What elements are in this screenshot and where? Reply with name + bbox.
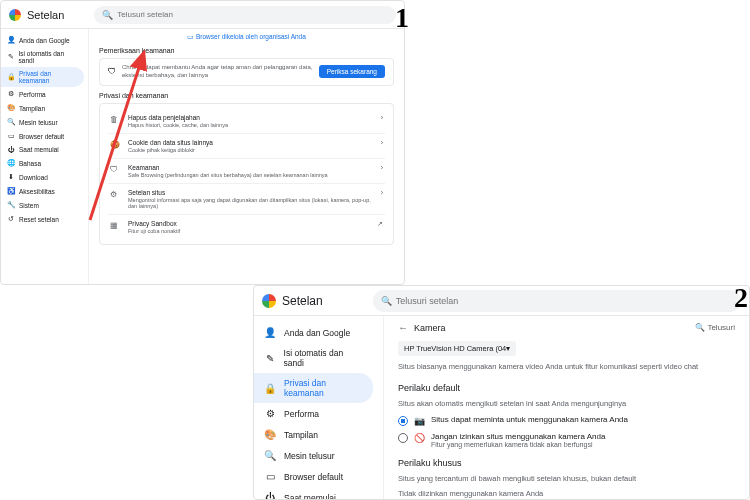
sidebar-item[interactable]: ✎Isi otomatis dan sandi: [254, 343, 373, 373]
sidebar-item[interactable]: 🔧Sistem: [1, 198, 84, 212]
sidebar-item-label: Saat memulai: [284, 493, 336, 500]
sidebar-item-icon: 🔒: [264, 383, 276, 394]
sidebar-item-label: Performa: [284, 409, 319, 419]
search-box[interactable]: 🔍: [94, 6, 396, 24]
privacy-row[interactable]: 🛡KeamananSafe Browsing (perlindungan dar…: [108, 159, 385, 184]
sidebar-item-label: Browser default: [284, 472, 343, 482]
row-title: Keamanan: [128, 164, 381, 171]
radio-button[interactable]: [398, 433, 408, 443]
sidebar-item[interactable]: 🔒Privasi dan keamanan: [1, 67, 84, 87]
privacy-card: 🗑Hapus data penjelajahanHapus histori, c…: [99, 103, 394, 245]
sidebar-item[interactable]: 🔍Mesin telusur: [254, 445, 373, 466]
option-title: Jangan izinkan situs menggunakan kamera …: [431, 432, 605, 441]
sidebar-item[interactable]: ⚙Performa: [1, 87, 84, 101]
camera-intro: Situs biasanya menggunakan kamera video …: [398, 362, 735, 373]
sidebar: 👤Anda dan Google✎Isi otomatis dan sandi🔒…: [254, 316, 384, 499]
main-content: ▭ Browser dikelola oleh organisasi Anda …: [89, 29, 404, 284]
sidebar-item[interactable]: 🌐Bahasa: [1, 156, 84, 170]
sidebar-item-label: Mesin telusur: [19, 119, 58, 126]
sidebar-item-label: Reset setelan: [19, 216, 59, 223]
back-button[interactable]: ←: [398, 322, 408, 333]
row-subtitle: Fitur uji coba nonaktif: [128, 228, 377, 234]
sidebar: 👤Anda dan Google✎Isi otomatis dan sandi🔒…: [1, 29, 89, 284]
radio-button[interactable]: [398, 416, 408, 426]
sidebar-item-icon: ✎: [264, 353, 276, 364]
sidebar-item-icon: ▭: [264, 471, 276, 482]
sidebar-item-icon: ⬇: [7, 173, 15, 181]
row-subtitle: Mengontrol informasi apa saja yang dapat…: [128, 197, 381, 209]
chevron-right-icon: ›: [381, 164, 383, 171]
radio-option[interactable]: 📷Situs dapat meminta untuk menggunakan k…: [398, 415, 735, 426]
row-title: Cookie dan data situs lainnya: [128, 139, 381, 146]
search-input[interactable]: [396, 296, 733, 306]
blocked-label: Tidak diizinkan menggunakan kamera Anda: [398, 489, 735, 500]
radio-option[interactable]: 🚫Jangan izinkan situs menggunakan kamera…: [398, 432, 735, 448]
sidebar-item[interactable]: 👤Anda dan Google: [1, 33, 84, 47]
sidebar-item-icon: ↺: [7, 215, 15, 223]
safety-check-card: 🛡 Chrome dapat membantu Anda agar tetap …: [99, 58, 394, 86]
breadcrumb-search[interactable]: 🔍 Telusuri: [695, 323, 735, 332]
sidebar-item[interactable]: ⬇Download: [1, 170, 84, 184]
sidebar-item[interactable]: ♿Aksesibilitas: [1, 184, 84, 198]
privacy-row[interactable]: ⚙Setelan situsMengontrol informasi apa s…: [108, 184, 385, 215]
sidebar-item[interactable]: ⚙Performa: [254, 403, 373, 424]
page-title: Setelan: [282, 294, 323, 308]
sidebar-item-label: Aksesibilitas: [19, 188, 55, 195]
sidebar-item-label: Anda dan Google: [19, 37, 70, 44]
privacy-row[interactable]: 🗑Hapus data penjelajahanHapus histori, c…: [108, 109, 385, 134]
check-now-button[interactable]: Periksa sekarang: [319, 65, 385, 78]
sidebar-item-label: Privasi dan keamanan: [284, 378, 363, 398]
privacy-row[interactable]: 🍪Cookie dan data situs lainnyaCookie pih…: [108, 134, 385, 159]
safety-check-text: Chrome dapat membantu Anda agar tetap am…: [122, 64, 313, 80]
sidebar-item[interactable]: 🎨Tampilan: [1, 101, 84, 115]
chevron-right-icon: ›: [381, 139, 383, 146]
sidebar-item-icon: 👤: [264, 327, 276, 338]
search-box[interactable]: 🔍: [373, 290, 741, 312]
sidebar-item[interactable]: ▭Browser default: [254, 466, 373, 487]
sidebar-item-label: Bahasa: [19, 160, 41, 167]
sidebar-item[interactable]: 🎨Tampilan: [254, 424, 373, 445]
section-title-check: Pemeriksaan keamanan: [99, 47, 394, 54]
sidebar-item-icon: 👤: [7, 36, 15, 44]
sidebar-item-label: Anda dan Google: [284, 328, 350, 338]
privacy-row[interactable]: ▦Privacy SandboxFitur uji coba nonaktif↗: [108, 215, 385, 239]
option-icon: 🚫: [414, 433, 425, 443]
search-icon: 🔍: [102, 10, 113, 20]
section-default-sub: Situs akan otomatis mengikuti setelan in…: [398, 399, 735, 410]
sidebar-item[interactable]: ✎Isi otomatis dan sandi: [1, 47, 84, 67]
section-custom-title: Perilaku khusus: [398, 458, 735, 468]
sidebar-item-label: Saat memulai: [19, 146, 59, 153]
sidebar-item[interactable]: 👤Anda dan Google: [254, 322, 373, 343]
sidebar-item-label: Performa: [19, 91, 46, 98]
row-subtitle: Safe Browsing (perlindungan dari situs b…: [128, 172, 381, 178]
option-icon: 📷: [414, 416, 425, 426]
sidebar-item-label: Browser default: [19, 133, 64, 140]
sidebar-item-label: Isi otomatis dan sandi: [284, 348, 363, 368]
sidebar-item[interactable]: 🔒Privasi dan keamanan: [254, 373, 373, 403]
sidebar-item-icon: ✎: [7, 53, 15, 61]
sidebar-item-icon: 🔍: [264, 450, 276, 461]
row-subtitle: Cookie pihak ketiga diblokir: [128, 147, 381, 153]
row-title: Hapus data penjelajahan: [128, 114, 381, 121]
sidebar-item-label: Tampilan: [19, 105, 45, 112]
annotation-number-2: 2: [734, 282, 748, 314]
sidebar-item-label: Mesin telusur: [284, 451, 335, 461]
sidebar-item-icon: 🔧: [7, 201, 15, 209]
sidebar-item-icon: ⚙: [7, 90, 15, 98]
sidebar-item-icon: ▭: [7, 132, 15, 140]
breadcrumb: ← Kamera 🔍 Telusuri: [398, 322, 735, 333]
camera-select[interactable]: HP TrueVision HD Camera (04▾: [398, 341, 516, 356]
managed-notice[interactable]: ▭ Browser dikelola oleh organisasi Anda: [99, 33, 394, 41]
sidebar-item[interactable]: ↺Reset setelan: [1, 212, 84, 226]
sidebar-item[interactable]: ⏻Saat memulai: [1, 143, 84, 156]
header: Setelan 🔍: [1, 1, 404, 29]
row-icon: 🍪: [110, 140, 122, 149]
sidebar-item[interactable]: ⏻Saat memulai: [254, 487, 373, 499]
sidebar-item[interactable]: ▭Browser default: [1, 129, 84, 143]
search-input[interactable]: [117, 10, 388, 19]
chrome-logo-icon: [9, 9, 21, 21]
chevron-right-icon: ›: [381, 114, 383, 121]
row-icon: 🗑: [110, 115, 122, 124]
sidebar-item-icon: 🌐: [7, 159, 15, 167]
sidebar-item[interactable]: 🔍Mesin telusur: [1, 115, 84, 129]
